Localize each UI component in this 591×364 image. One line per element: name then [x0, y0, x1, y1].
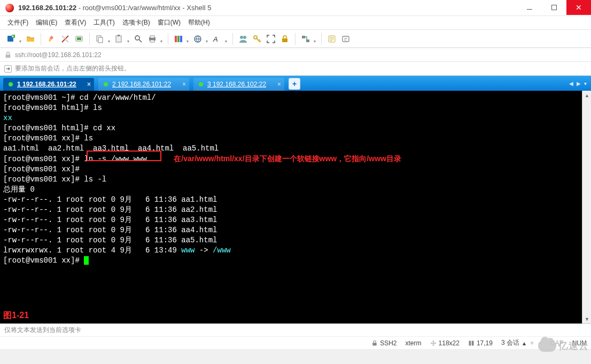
minimize-button[interactable]: [517, 0, 542, 15]
toolbar-separator: [168, 33, 168, 45]
window-controls: ✕: [517, 0, 591, 15]
session-hint-text: 要添加当前会话，点击左侧的箭头按钮。: [15, 64, 130, 73]
maximize-button[interactable]: [542, 0, 566, 15]
menu-file[interactable]: 文件(F): [7, 18, 28, 27]
toolbar-separator: [232, 33, 233, 45]
tab-close-icon[interactable]: ×: [277, 81, 281, 88]
tab-2[interactable]: 2 192.168.26.101:22 ×: [98, 78, 189, 91]
reconnect-button[interactable]: [73, 33, 85, 45]
size-text: 118x22: [439, 339, 460, 347]
menu-help[interactable]: 帮助(H): [188, 18, 210, 27]
cmd: ls -l: [84, 175, 106, 184]
scroll-down-icon[interactable]: ▼: [582, 314, 591, 323]
terminal-scrollbar[interactable]: ▲ ▼: [582, 91, 591, 323]
scroll-up-icon[interactable]: ▲: [582, 91, 591, 100]
menu-window[interactable]: 窗口(W): [158, 18, 181, 27]
cursor-text: 17,19: [477, 339, 493, 347]
dir-name: xx: [3, 114, 12, 122]
open-button[interactable]: [25, 33, 36, 45]
disconnect-button[interactable]: [59, 33, 71, 45]
add-tab-button[interactable]: +: [289, 78, 300, 90]
annotation: 在/var/www/html/xx/目录下创建一个软链接www，它指向/www目…: [174, 154, 401, 163]
lock-icon: [371, 340, 378, 346]
cmd: ln -s /www www: [84, 155, 147, 163]
toolbar: A: [0, 30, 591, 48]
svg-rect-11: [150, 40, 154, 42]
prompt: [root@vms001 html]#: [3, 124, 93, 132]
svg-rect-24: [343, 36, 349, 42]
tab-close-icon[interactable]: ×: [182, 81, 186, 88]
tab-nav-left-icon[interactable]: ◀: [568, 81, 574, 86]
transfer-menu[interactable]: [300, 33, 317, 45]
svg-text:A: A: [213, 35, 218, 43]
users-button[interactable]: [237, 33, 249, 45]
svg-rect-26: [372, 343, 377, 345]
ls-output: aa1.html aa2.html aa3.html aa4.html aa5.…: [3, 144, 219, 153]
tab-label: 2 192.168.26.101:22: [112, 81, 171, 88]
watermark-text: 亿速云: [558, 339, 589, 352]
link-target: /www: [213, 246, 231, 255]
prompt: [root@vms001 xx]#: [3, 175, 84, 184]
font-menu[interactable]: A: [211, 33, 228, 45]
status-dot-icon: [104, 82, 108, 86]
script-button[interactable]: [326, 33, 338, 45]
fullscreen-button[interactable]: [265, 33, 277, 45]
address-bar[interactable]: ssh://root@192.168.26.101:22: [0, 48, 591, 62]
svg-rect-13: [177, 36, 180, 42]
status-bar: SSH2 xterm 118x22 17,19 3 会话 ▴ + − CAP N…: [0, 336, 591, 349]
tab-close-icon[interactable]: ×: [87, 81, 91, 88]
menu-view[interactable]: 查看(V): [65, 18, 86, 27]
keys-button[interactable]: [251, 33, 263, 45]
copy-menu[interactable]: [94, 33, 111, 45]
total-line: 总用量 0: [3, 185, 35, 194]
menu-tools[interactable]: 工具(T): [94, 18, 114, 27]
compose-bar[interactable]: 仅将文本发送到当前选项卡: [0, 323, 591, 336]
menu-tabs[interactable]: 选项卡(B): [122, 18, 150, 27]
menu-bar: 文件(F) 编辑(E) 查看(V) 工具(T) 选项卡(B) 窗口(W) 帮助(…: [0, 16, 591, 30]
window-title: 192.168.26.101:22 - root@vms001:/var/www…: [18, 4, 211, 12]
prompt: [root@vms001 xx]#: [3, 155, 84, 163]
status-dot-icon: [199, 82, 203, 86]
encoding-menu[interactable]: [192, 33, 209, 45]
cursor-icon: [468, 340, 475, 346]
highlight-button[interactable]: [45, 33, 57, 45]
link-name: www: [181, 246, 195, 255]
svg-rect-25: [6, 54, 11, 58]
prompt: [root@vms001 ~]#: [3, 93, 80, 102]
lock-icon: [4, 51, 12, 59]
new-session-button[interactable]: [5, 33, 22, 45]
svg-rect-6: [116, 36, 121, 42]
status-cursor: 17,19: [468, 339, 493, 347]
toolbar-separator: [295, 33, 296, 45]
svg-rect-14: [180, 36, 182, 42]
terminal-area: [root@vms001 ~]# cd /var/www/html/ [root…: [0, 91, 591, 323]
tab-label: 1 192.168.26.101:22: [17, 81, 76, 88]
ls-row-link-pre: lrwxrwxrwx. 1 root root 4 9月 6 13:49: [3, 246, 181, 255]
add-session-icon[interactable]: ➜: [4, 65, 12, 73]
prompt: [root@vms001 html]#: [3, 104, 93, 112]
lock-button[interactable]: [279, 33, 291, 45]
print-menu[interactable]: [146, 33, 164, 45]
status-termtype: xterm: [406, 339, 422, 347]
tab-nav-menu-icon[interactable]: ▾: [583, 81, 588, 86]
watermark: 亿速云: [538, 339, 589, 352]
tab-1[interactable]: 1 192.168.26.101:22 ×: [3, 78, 94, 91]
close-button[interactable]: ✕: [566, 0, 591, 15]
svg-point-17: [240, 36, 243, 39]
svg-rect-12: [175, 36, 177, 42]
color-scheme-menu[interactable]: [173, 33, 190, 45]
title-sub: - root@vms001:/var/www/html/xx - Xshell …: [76, 4, 211, 12]
terminal[interactable]: [root@vms001 ~]# cd /var/www/html/ [root…: [0, 91, 582, 323]
address-text: ssh://root@192.168.26.101:22: [15, 51, 102, 59]
termtype-text: xterm: [406, 339, 422, 347]
compose-button[interactable]: [340, 33, 352, 45]
tab-3[interactable]: 3 192.168.26.102:22 ×: [193, 78, 284, 91]
toolbar-separator: [321, 33, 322, 45]
paste-menu[interactable]: [113, 33, 130, 45]
tab-nav-right-icon[interactable]: ▶: [576, 81, 582, 86]
tab-label: 3 192.168.26.102:22: [207, 81, 266, 88]
cmd: cd xx: [93, 124, 115, 132]
menu-edit[interactable]: 编辑(E): [36, 18, 57, 27]
proto-text: SSH2: [380, 339, 396, 347]
find-button[interactable]: [133, 33, 144, 45]
